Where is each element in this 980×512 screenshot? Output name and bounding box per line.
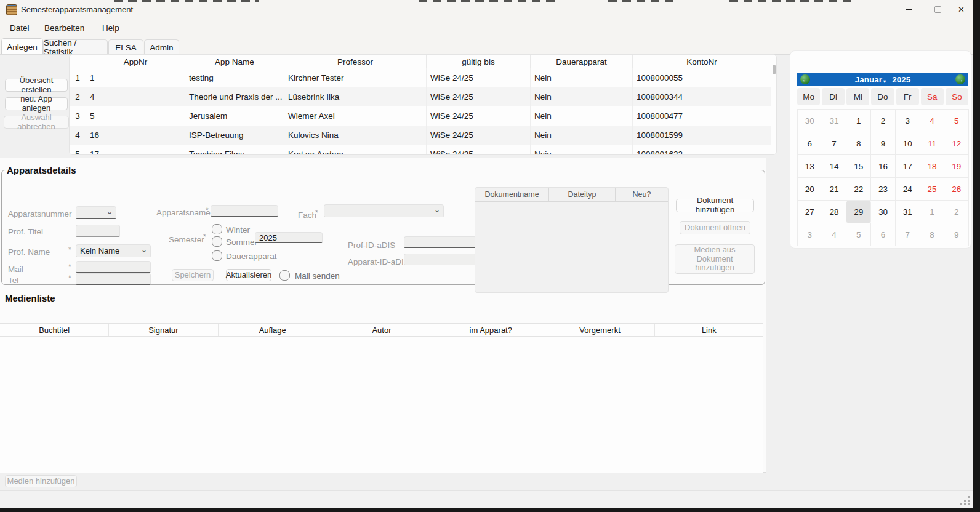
table-row[interactable]: 2 4 Theorie und Praxis der ... Lüsebrink… (70, 87, 771, 107)
day-cell[interactable]: 7 (896, 223, 920, 246)
tel-input[interactable] (76, 273, 151, 285)
day-cell[interactable]: 12 (944, 132, 969, 155)
day-cell[interactable]: 6 (871, 223, 896, 246)
maximize-icon (934, 6, 941, 13)
sommer-radio[interactable] (212, 236, 222, 247)
table-row[interactable]: 3 5 Jerusalem Wiemer Axel WiSe 24/25 Nei… (70, 106, 771, 126)
day-cell[interactable]: 4 (822, 223, 847, 246)
resize-grip-icon[interactable] (960, 496, 962, 498)
day-cell[interactable]: 31 (822, 110, 847, 132)
apparatsnummer-combo[interactable]: ⌄ (76, 206, 116, 219)
mail-senden-checkbox[interactable] (279, 270, 290, 281)
day-cell[interactable]: 2 (871, 110, 896, 132)
close-button[interactable]: ✕ (949, 0, 973, 18)
calendar-month-label[interactable]: Januar (855, 75, 882, 84)
column-header-gueltig-bis[interactable]: gültig bis (427, 55, 531, 68)
medien-hinzufuegen-button[interactable]: Medien hinzufügen (5, 475, 77, 487)
tab-suchen-statistik[interactable]: Suchen / Statistik (43, 39, 108, 55)
day-cell[interactable]: 24 (896, 178, 920, 201)
prev-month-button[interactable]: ← (800, 74, 810, 84)
prof-name-combo[interactable]: Kein Name ⌄ (76, 244, 151, 257)
app-window: Semesterapparatsmanagement ✕ Datei Bearb… (0, 0, 973, 508)
table-scrollbar-thumb[interactable] (773, 65, 776, 74)
speichern-button[interactable]: Speichern (172, 269, 214, 281)
day-cell[interactable]: 18 (920, 155, 945, 178)
day-cell[interactable]: 14 (822, 155, 847, 178)
winter-radio-label: Winter (226, 225, 250, 234)
neu-app-anlegen-button[interactable]: neu. App anlegen (5, 97, 68, 110)
minimize-button[interactable] (895, 0, 923, 18)
menu-item-help[interactable]: Help (102, 23, 119, 33)
menu-item-datei[interactable]: Datei (10, 23, 30, 33)
day-cell[interactable]: 7 (822, 132, 847, 155)
weekday-cell: Mo (797, 88, 820, 105)
day-cell[interactable]: 25 (920, 178, 945, 201)
day-cell[interactable]: 27 (798, 201, 822, 223)
column-header-professor[interactable]: Professor (284, 55, 427, 68)
column-header-appnr[interactable]: AppNr (86, 55, 185, 68)
day-cell[interactable]: 9 (871, 132, 896, 155)
day-cell[interactable]: 17 (896, 155, 920, 178)
aktualisieren-button[interactable]: Aktualisieren (226, 269, 271, 281)
day-cell[interactable]: 31 (896, 201, 920, 223)
table-row[interactable]: 1 1 testing Kirchner Tester WiSe 24/25 N… (70, 68, 771, 88)
column-header-dauerapparat[interactable]: Dauerapparat (531, 55, 633, 68)
day-cell[interactable]: 8 (846, 132, 871, 155)
auswahl-abbrechen-button[interactable]: Auswahl abbrechen (4, 116, 69, 129)
column-header-app-name[interactable]: App Name (185, 55, 284, 68)
day-cell[interactable]: 15 (846, 155, 871, 178)
day-cell[interactable]: 23 (871, 178, 896, 201)
medien-aus-dokument-button[interactable]: Medien aus Dokument hinzufügen (675, 244, 755, 274)
dokument-oeffnen-button[interactable]: Dokument öffnen (680, 221, 750, 234)
tab-anlegen[interactable]: Anlegen (1, 38, 43, 55)
dauerapparat-radio[interactable] (212, 250, 222, 261)
weekday-row: Mo Di Mi Do Fr Sa So (797, 88, 968, 105)
dokument-hinzufuegen-button[interactable]: Dokument hinzufügen (676, 199, 754, 212)
table-row[interactable]: 4 16 ISP-Betreuung Kulovics Nina WiSe 24… (70, 126, 771, 145)
day-cell[interactable]: 5 (846, 223, 871, 246)
groupbox-title: Apparatsdetails (5, 165, 79, 175)
column-header-buchtitel: Buchtitel (0, 324, 109, 336)
next-month-button[interactable]: → (955, 74, 965, 84)
day-cell[interactable]: 6 (798, 132, 822, 155)
tab-elsa[interactable]: ELSA (108, 39, 143, 55)
day-cell[interactable]: 16 (871, 155, 896, 178)
day-cell[interactable]: 8 (920, 223, 945, 246)
day-cell[interactable]: 19 (944, 155, 969, 178)
column-header-kontonr[interactable]: KontoNr (633, 55, 771, 68)
apparat-id-adis-input[interactable] (404, 254, 476, 265)
maximize-button[interactable] (923, 0, 952, 18)
prof-id-adis-input[interactable] (404, 236, 476, 248)
uebersicht-erstellen-button[interactable]: Übersicht erstellen (5, 79, 68, 92)
table-row[interactable]: 5 17 Teaching Films Kratzer Andrea WiSe … (70, 145, 771, 155)
day-cell[interactable]: 10 (896, 132, 920, 155)
day-cell[interactable]: 11 (920, 132, 945, 155)
day-cell[interactable]: 20 (798, 178, 822, 201)
fach-combo[interactable]: ⌄ (324, 204, 444, 217)
day-cell[interactable]: 30 (871, 201, 896, 223)
tab-admin[interactable]: Admin (144, 39, 179, 55)
apparatsname-input[interactable] (211, 205, 278, 217)
day-cell-today[interactable]: 29 (846, 201, 871, 223)
day-cell[interactable]: 28 (822, 201, 847, 223)
day-cell[interactable]: 4 (920, 110, 945, 132)
day-cell[interactable]: 3 (798, 223, 822, 246)
winter-radio[interactable] (212, 224, 222, 234)
day-cell[interactable]: 22 (846, 178, 871, 201)
day-cell[interactable]: 9 (944, 223, 969, 246)
day-cell[interactable]: 5 (944, 110, 969, 132)
mail-input[interactable] (76, 261, 151, 273)
day-cell[interactable]: 1 (920, 201, 945, 223)
day-cell[interactable]: 30 (798, 110, 822, 132)
prof-titel-input[interactable] (76, 225, 120, 237)
day-cell[interactable]: 1 (846, 110, 871, 132)
day-cell[interactable]: 3 (896, 110, 920, 132)
day-cell[interactable]: 26 (944, 178, 969, 201)
calendar-year-label[interactable]: 2025 (892, 75, 910, 84)
menu-item-bearbeiten[interactable]: Bearbeiten (44, 23, 84, 33)
apparat-table-header: AppNr App Name Professor gültig bis Daue… (70, 55, 771, 69)
year-input[interactable]: 2025 (255, 232, 323, 243)
day-cell[interactable]: 13 (798, 155, 822, 178)
day-cell[interactable]: 2 (944, 201, 969, 223)
day-cell[interactable]: 21 (822, 178, 847, 201)
